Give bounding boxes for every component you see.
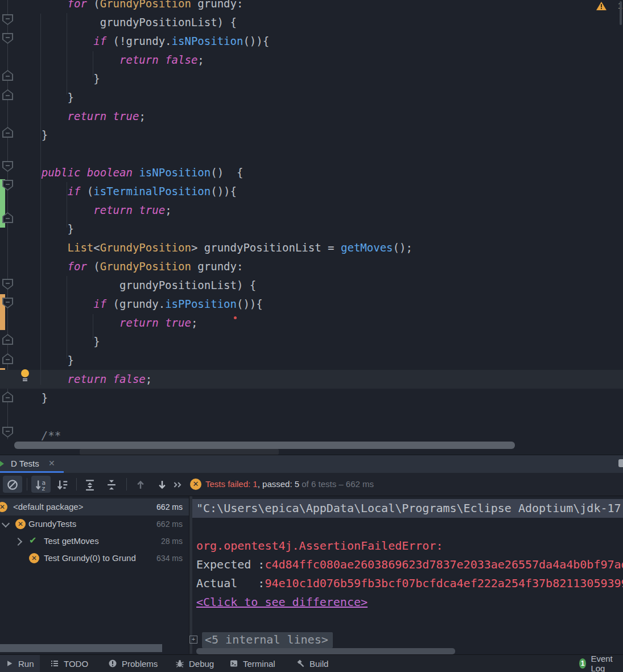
chevron-right-icon[interactable] — [14, 538, 22, 546]
ignore-icon[interactable] — [6, 479, 19, 491]
fold-marker-up-icon[interactable] — [2, 391, 13, 402]
code-line[interactable]: for (GrundyPosition grundy: — [15, 0, 412, 13]
code-line[interactable] — [15, 145, 412, 163]
fold-marker-down-icon[interactable] — [2, 298, 13, 308]
fold-marker-down-icon[interactable] — [2, 33, 13, 44]
code-line[interactable]: grundyPositionList) { — [15, 276, 412, 295]
toolwindow-debug[interactable]: Debug — [170, 655, 220, 672]
fold-marker-up-icon[interactable] — [2, 353, 13, 364]
fold-marker-down-icon[interactable] — [2, 161, 13, 172]
tree-row-test-grundy[interactable]: ✕ Test Grundy(0) to Grund 634 ms — [0, 550, 189, 567]
close-icon[interactable]: ✕ — [48, 459, 55, 468]
collapse-all-icon[interactable] — [105, 479, 118, 491]
code-line[interactable]: } — [15, 332, 412, 351]
toolbar-separator — [76, 478, 77, 490]
code-line[interactable]: } — [15, 69, 412, 88]
tab-label: D Tests — [11, 459, 39, 468]
code-line[interactable]: return false; — [15, 51, 412, 69]
tests-failed-count: Tests failed: 1 — [205, 479, 258, 489]
previous-occurrence-icon[interactable] — [134, 479, 147, 491]
error-dot-icon — [234, 316, 237, 319]
code-line[interactable]: for (GrundyPosition grundy: — [15, 257, 412, 276]
ide-window: for (GrundyPosition grundy: grundyPositi… — [0, 0, 623, 672]
warning-icon — [596, 2, 607, 10]
toolbar-separator — [27, 478, 27, 490]
console-horizontal-scrollbar[interactable] — [196, 648, 455, 654]
editor-vertical-scrollbar[interactable] — [620, 1, 622, 25]
fold-marker-up-icon[interactable] — [2, 89, 13, 100]
fold-marker-down-icon[interactable] — [2, 14, 13, 25]
console-line[interactable]: <5 internal lines> — [196, 630, 623, 649]
console-line: "C:\Users\epica\AppData\Local\Programs\E… — [192, 499, 623, 518]
toolwindow-todo[interactable]: TODO — [44, 655, 94, 672]
todo-list-icon — [50, 659, 59, 668]
code-line[interactable]: } — [15, 389, 412, 407]
chevron-down-icon[interactable] — [2, 520, 10, 527]
fold-marker-down-icon[interactable] — [2, 427, 13, 438]
more-options-icon[interactable] — [172, 479, 183, 491]
fold-marker-up-icon[interactable] — [2, 212, 13, 223]
tests-failed-icon: ✕ — [190, 479, 201, 490]
panel-splitter[interactable] — [189, 496, 192, 654]
toolbar-separator — [126, 478, 127, 490]
code-line[interactable]: return false; — [15, 370, 412, 389]
fold-marker-up-icon[interactable] — [2, 334, 13, 345]
console-line — [196, 612, 623, 630]
tests-toolbar: a z — [0, 473, 623, 496]
test-console-output[interactable]: "C:\Users\epica\AppData\Local\Programs\E… — [196, 499, 623, 649]
code-line[interactable]: } — [15, 88, 412, 107]
event-log[interactable]: 1 Event Log — [574, 655, 623, 672]
expand-all-icon[interactable] — [84, 479, 96, 491]
fold-marker-down-icon[interactable] — [2, 180, 13, 191]
code-line[interactable]: if (grundy.isPPosition()){ — [15, 295, 412, 314]
code-line[interactable]: if (isTerminalPosition()){ — [15, 182, 412, 201]
run-icon — [6, 659, 14, 667]
tests-passed-count: , passed: 5 — [258, 479, 299, 489]
test-results-tree: ✕ <default package> 662 ms ✕ GrundyTests… — [0, 496, 189, 643]
sort-alphabetically-icon[interactable]: a z — [35, 479, 47, 491]
code-line[interactable]: } — [15, 220, 412, 238]
build-hammer-icon — [296, 659, 305, 668]
test-error-icon: ✕ — [15, 519, 26, 529]
tree-horizontal-scrollbar[interactable] — [0, 644, 162, 652]
fold-marker-down-icon[interactable] — [2, 279, 13, 290]
code-editor[interactable]: for (GrundyPosition grundy: grundyPositi… — [0, 0, 623, 455]
code-line[interactable] — [15, 407, 412, 426]
run-triangle-icon — [0, 460, 4, 468]
tree-row-grundytests[interactable]: ✕ GrundyTests 662 ms — [0, 516, 189, 533]
code-line[interactable]: public boolean isNPosition() { — [15, 163, 412, 182]
console-line: Actual :94e10c1d076b59fb3bcf07bcfdca4ef2… — [196, 574, 623, 593]
tab-d-tests[interactable]: D Tests ✕ — [0, 455, 64, 473]
test-passed-icon: ✔ — [29, 535, 36, 546]
panel-options-icon[interactable] — [618, 459, 623, 467]
next-occurrence-icon[interactable] — [156, 479, 168, 491]
sort-by-duration-icon[interactable] — [56, 479, 69, 491]
folded-lines-chip[interactable]: <5 internal lines> — [202, 632, 333, 648]
diff-link[interactable]: <Click to see difference> — [196, 595, 368, 609]
console-line[interactable]: <Click to see difference> — [196, 593, 623, 612]
code-line[interactable]: return true; — [15, 201, 412, 220]
tree-row-default-package[interactable]: ✕ <default package> 662 ms — [0, 498, 189, 516]
code-line[interactable]: List<GrundyPosition> grundyPositionList … — [15, 238, 412, 257]
tree-row-test-getmoves[interactable]: ✔ Test getMoves 28 ms — [0, 533, 189, 550]
fold-expand-icon[interactable]: + — [189, 636, 197, 644]
problems-icon — [108, 659, 117, 668]
code-line[interactable]: return true; — [15, 314, 412, 332]
editor-horizontal-scrollbar[interactable] — [14, 442, 515, 449]
code-line[interactable]: if (!grundy.isNPosition()){ — [15, 32, 412, 51]
toolwindow-build[interactable]: Build — [290, 655, 334, 672]
toolwindow-problems[interactable]: Problems — [102, 655, 163, 672]
code-line[interactable]: grundyPositionList) { — [15, 13, 412, 32]
svg-text:z: z — [42, 485, 45, 491]
intention-bulb-icon[interactable] — [20, 369, 30, 382]
code-line[interactable]: } — [15, 126, 412, 145]
code-line[interactable]: } — [15, 351, 412, 370]
inspections-widget[interactable]: 1 — [596, 1, 622, 11]
obscured-text-line — [80, 449, 279, 455]
code-block[interactable]: for (GrundyPosition grundy: grundyPositi… — [15, 0, 412, 445]
fold-marker-up-icon[interactable] — [2, 127, 13, 138]
fold-marker-up-icon[interactable] — [2, 70, 13, 81]
code-line[interactable]: return true; — [15, 107, 412, 126]
toolwindow-terminal[interactable]: Terminal — [224, 655, 281, 672]
toolwindow-run[interactable]: Run — [0, 655, 40, 672]
